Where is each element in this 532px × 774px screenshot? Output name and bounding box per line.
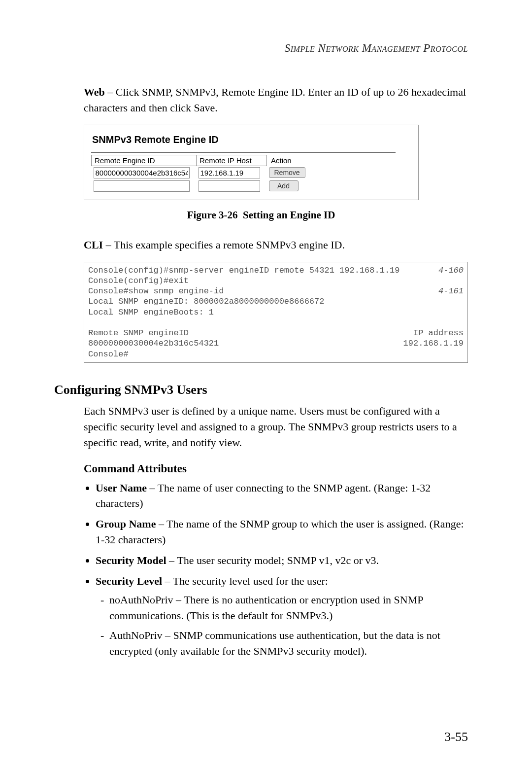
remove-button[interactable]: Remove bbox=[269, 167, 305, 178]
cli-line: Local SNMP engineBoots: 1 bbox=[88, 308, 214, 317]
attr-term: Group Name bbox=[96, 518, 156, 530]
intro-rest: – Click SNMP, SNMPv3, Remote Engine ID. … bbox=[84, 86, 466, 114]
figure-caption: Figure 3-26 Setting an Engine ID bbox=[54, 209, 468, 221]
attribute-list: User Name – The name of user connecting … bbox=[84, 480, 468, 659]
subsection-heading: Command Attributes bbox=[84, 462, 468, 475]
figure-caption-text: Setting an Engine ID bbox=[243, 209, 335, 221]
col-header-action: Action bbox=[267, 155, 314, 166]
cli-output-block: Console(config)#snmp-server engineID rem… bbox=[84, 262, 468, 363]
intro-lead: Web bbox=[84, 86, 105, 98]
table-row: Add bbox=[92, 179, 314, 193]
cli-col: 192.168.1.19 bbox=[403, 338, 464, 349]
attr-desc: – The security level used for the user: bbox=[162, 575, 328, 587]
list-item: User Name – The name of user connecting … bbox=[96, 480, 468, 512]
table-row: Remove bbox=[92, 166, 314, 179]
section-heading: Configuring SNMPv3 Users bbox=[54, 383, 468, 397]
cli-rest: – This example specifies a remote SNMPv3… bbox=[103, 239, 345, 251]
cli-line: Console#show snmp engine-id bbox=[88, 286, 224, 296]
section-paragraph: Each SNMPv3 user is defined by a unique … bbox=[84, 403, 468, 451]
table-header-row: Remote Engine ID Remote IP Host Action bbox=[92, 155, 314, 166]
cli-line: Remote SNMP engineID bbox=[88, 328, 189, 338]
cli-line: 80000000030004e2b316c54321 bbox=[88, 338, 219, 349]
figure-label: Figure 3-26 bbox=[187, 209, 238, 221]
sub-list: noAuthNoPriv – There is no authenticatio… bbox=[96, 592, 468, 659]
list-item: Group Name – The name of the SNMP group … bbox=[96, 516, 468, 548]
cli-line: Console(config)#exit bbox=[88, 276, 189, 285]
sub-list-item: AuthNoPriv – SNMP communications use aut… bbox=[109, 628, 468, 659]
list-item: Security Model – The user security model… bbox=[96, 553, 468, 568]
attr-term: Security Level bbox=[96, 575, 162, 587]
add-button[interactable]: Add bbox=[269, 180, 299, 191]
attr-term: Security Model bbox=[96, 554, 166, 566]
host-input-1[interactable] bbox=[199, 167, 260, 178]
col-header-host: Remote IP Host bbox=[197, 155, 267, 166]
page-header: Simple Network Management Protocol bbox=[54, 42, 468, 55]
page-number: 3-55 bbox=[444, 730, 468, 744]
engine-id-input-1[interactable] bbox=[94, 167, 190, 178]
sub-list-item: noAuthNoPriv – There is no authenticatio… bbox=[109, 592, 468, 624]
cli-col: IP address bbox=[413, 328, 464, 338]
panel-divider bbox=[91, 152, 396, 153]
attr-desc: – The user security model; SNMP v1, v2c … bbox=[166, 554, 379, 566]
engine-id-input-2[interactable] bbox=[94, 180, 190, 192]
panel-title: SNMPv3 Remote Engine ID bbox=[92, 134, 411, 145]
cli-lead: CLI bbox=[84, 239, 103, 251]
cli-line: Console# bbox=[88, 350, 129, 359]
attr-term: User Name bbox=[96, 482, 147, 494]
cli-ref: 4-160 bbox=[429, 265, 464, 276]
cli-ref: 4-161 bbox=[429, 286, 464, 296]
col-header-engine: Remote Engine ID bbox=[92, 155, 197, 166]
intro-paragraph: Web – Click SNMP, SNMPv3, Remote Engine … bbox=[84, 84, 468, 116]
cli-line: Local SNMP engineID: 8000002a8000000000e… bbox=[88, 297, 324, 306]
ui-screenshot-panel: SNMPv3 Remote Engine ID Remote Engine ID… bbox=[84, 125, 419, 200]
engine-id-table: Remote Engine ID Remote IP Host Action R… bbox=[91, 155, 313, 193]
cli-intro-paragraph: CLI – This example specifies a remote SN… bbox=[84, 237, 468, 253]
host-input-2[interactable] bbox=[199, 180, 260, 192]
cli-line: Console(config)#snmp-server engineID rem… bbox=[88, 265, 400, 276]
list-item: Security Level – The security level used… bbox=[96, 573, 468, 659]
